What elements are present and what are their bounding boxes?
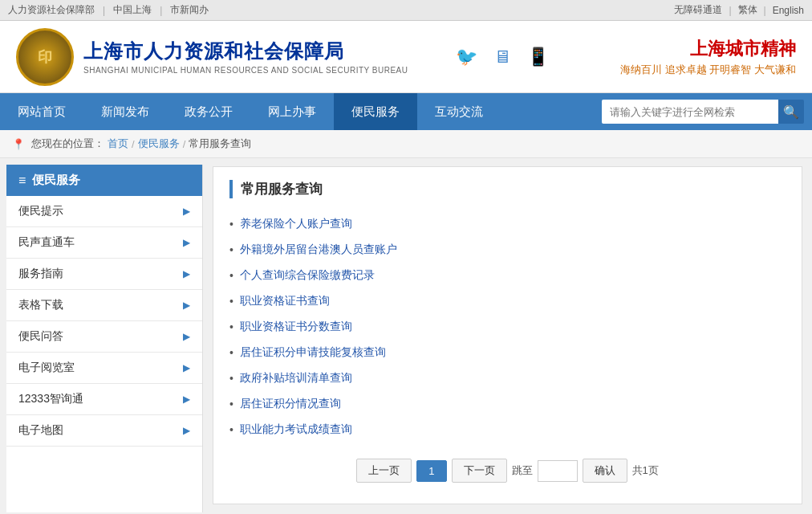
top-link-news[interactable]: 市新闻办 [170, 3, 209, 17]
header-left: 印 上海市人力资源和社会保障局 SHANGHAI MUNICIPAL HUMAN… [16, 28, 408, 86]
sidebar-item-label: 便民提示 [18, 204, 63, 218]
nav-search: 🔍 [594, 100, 812, 124]
list-item[interactable]: 居住证积分情况查询 [229, 391, 786, 417]
prev-page-button[interactable]: 上一页 [356, 459, 412, 483]
breadcrumb-home[interactable]: 首页 [108, 137, 128, 151]
arrow-icon: ▶ [183, 362, 190, 373]
pagination: 上一页 1 下一页 跳至 确认 共1页 [229, 459, 786, 491]
list-item[interactable]: 个人查询综合保险缴费记录 [229, 263, 786, 288]
monitor-icon[interactable]: 🖥 [493, 47, 511, 67]
nav-item-news[interactable]: 新闻发布 [83, 93, 167, 130]
list-item[interactable]: 政府补贴培训清单查询 [229, 365, 786, 391]
breadcrumb-current: 常用服务查询 [189, 137, 251, 151]
list-item[interactable]: 外籍境外居留台港澳人员查账户 [229, 237, 786, 263]
breadcrumb-services[interactable]: 便民服务 [138, 137, 180, 151]
bars-icon: ≡ [18, 173, 26, 188]
sidebar-item-label: 民声直通车 [18, 235, 75, 250]
sidebar-header: ≡ 便民服务 [6, 165, 202, 196]
current-page-button[interactable]: 1 [416, 460, 446, 482]
sidebar-item-tips[interactable]: 便民提示 ▶ [6, 196, 202, 227]
list-item[interactable]: 居住证积分申请技能复核查询 [229, 340, 786, 365]
top-bar: 人力资源社会保障部 | 中国上海 | 市新闻办 无障碍通道 | 繁体 | Eng… [0, 0, 812, 21]
spirit-subtitle: 海纳百川 追求卓越 开明睿智 大气谦和 [620, 63, 796, 77]
list-item[interactable]: 养老保险个人账户查询 [229, 211, 786, 237]
sidebar-item-faq[interactable]: 便民问答 ▶ [6, 321, 202, 353]
arrow-icon: ▶ [183, 331, 190, 342]
spirit-title: 上海城市精神 [620, 37, 796, 61]
breadcrumb-label: 您现在的位置： [31, 137, 104, 151]
accessibility-link[interactable]: 无障碍通道 [674, 3, 722, 17]
breadcrumb: 📍 您现在的位置： 首页 / 便民服务 / 常用服务查询 [0, 130, 812, 158]
header: 印 上海市人力资源和社会保障局 SHANGHAI MUNICIPAL HUMAN… [0, 21, 812, 93]
sidebar-item-label: 电子地图 [18, 423, 63, 438]
sidebar-item-label: 12333智询通 [18, 392, 83, 406]
top-bar-links: 人力资源社会保障部 | 中国上海 | 市新闻办 [8, 3, 209, 17]
sidebar-item-label: 便民问答 [18, 329, 63, 344]
list-item[interactable]: 职业资格证书查询 [229, 288, 786, 314]
sidebar-item-label: 电子阅览室 [18, 361, 75, 375]
sidebar-item-download[interactable]: 表格下载 ▶ [6, 290, 202, 321]
service-list: 养老保险个人账户查询 外籍境外居留台港澳人员查账户 个人查询综合保险缴费记录 职… [229, 211, 786, 443]
list-item[interactable]: 职业资格证书分数查询 [229, 314, 786, 340]
sidebar-item-label: 服务指南 [18, 267, 63, 281]
arrow-icon: ▶ [183, 300, 190, 311]
search-button[interactable]: 🔍 [778, 100, 804, 124]
nav-item-services[interactable]: 便民服务 [334, 93, 417, 130]
mobile-icon[interactable]: 📱 [527, 47, 549, 67]
nav-item-home[interactable]: 网站首页 [0, 93, 83, 130]
nav-item-online[interactable]: 网上办事 [250, 93, 334, 130]
sidebar: ≡ 便民服务 便民提示 ▶ 民声直通车 ▶ 服务指南 ▶ 表格下载 ▶ 便民问答… [6, 165, 203, 512]
top-link-hrss[interactable]: 人力资源社会保障部 [8, 3, 95, 17]
nav-item-interaction[interactable]: 互动交流 [417, 93, 501, 130]
nav-item-government[interactable]: 政务公开 [167, 93, 250, 130]
location-icon: 📍 [12, 138, 25, 150]
traditional-link[interactable]: 繁体 [738, 3, 757, 17]
search-input[interactable] [602, 100, 778, 124]
header-social-icons: 🐦 🖥 📱 [456, 47, 549, 67]
nav-bar: 网站首页 新闻发布 政务公开 网上办事 便民服务 互动交流 🔍 [0, 93, 812, 130]
sidebar-item-voice[interactable]: 民声直通车 ▶ [6, 227, 202, 259]
weibo-icon[interactable]: 🐦 [456, 47, 477, 67]
arrow-icon: ▶ [183, 268, 190, 279]
list-item[interactable]: 职业能力考试成绩查询 [229, 417, 786, 443]
sidebar-title: 便民服务 [32, 173, 80, 188]
english-link[interactable]: English [773, 5, 804, 16]
top-link-shanghai[interactable]: 中国上海 [113, 3, 152, 17]
header-spirit: 上海城市精神 海纳百川 追求卓越 开明睿智 大气谦和 [620, 37, 796, 77]
logo-text: 上海市人力资源和社会保障局 SHANGHAI MUNICIPAL HUMAN R… [83, 39, 408, 75]
content-box: 常用服务查询 养老保险个人账户查询 外籍境外居留台港澳人员查账户 个人查询综合保… [213, 166, 802, 504]
arrow-icon: ▶ [183, 237, 190, 248]
sidebar-item-emap[interactable]: 电子地图 ▶ [6, 415, 202, 447]
arrow-icon: ▶ [183, 394, 190, 405]
logo-icon: 印 [16, 28, 74, 86]
main-layout: ≡ 便民服务 便民提示 ▶ 民声直通车 ▶ 服务指南 ▶ 表格下载 ▶ 便民问答… [0, 158, 812, 512]
confirm-button[interactable]: 确认 [583, 459, 627, 483]
site-subtitle: SHANGHAI MUNICIPAL HUMAN RESOURCES AND S… [83, 66, 408, 75]
sidebar-item-12333[interactable]: 12333智询通 ▶ [6, 384, 202, 415]
sidebar-item-ereader[interactable]: 电子阅览室 ▶ [6, 353, 202, 384]
total-pages: 共1页 [632, 463, 659, 478]
sidebar-item-guide[interactable]: 服务指南 ▶ [6, 259, 202, 290]
arrow-icon: ▶ [183, 206, 190, 217]
content-title: 常用服务查询 [229, 180, 786, 198]
content-area: 常用服务查询 养老保险个人账户查询 外籍境外居留台港澳人员查账户 个人查询综合保… [203, 158, 812, 512]
site-title: 上海市人力资源和社会保障局 [83, 39, 408, 64]
next-page-button[interactable]: 下一页 [452, 459, 507, 483]
jump-label: 跳至 [512, 463, 533, 478]
page-jump-input[interactable] [538, 460, 578, 482]
arrow-icon: ▶ [183, 425, 190, 436]
sidebar-item-label: 表格下载 [18, 298, 63, 312]
top-bar-right: 无障碍通道 | 繁体 | English [674, 3, 804, 17]
